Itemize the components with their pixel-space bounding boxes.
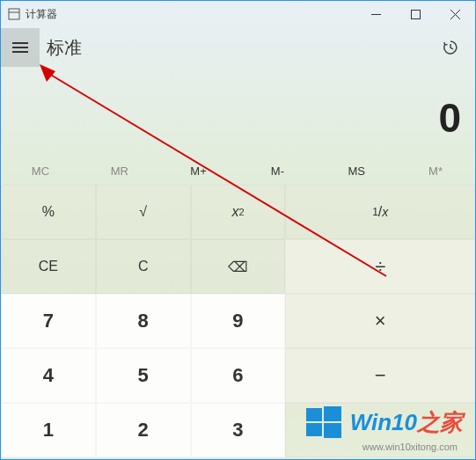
sqrt-button[interactable]: √ xyxy=(96,185,191,239)
percent-button[interactable]: % xyxy=(1,185,96,239)
memory-row: MC MR M+ M- MS M* xyxy=(1,157,475,185)
maximize-button[interactable] xyxy=(396,1,436,27)
minus-button[interactable]: − xyxy=(285,348,475,403)
multiply-button[interactable]: × xyxy=(285,294,475,348)
svg-rect-3 xyxy=(412,10,421,18)
digit-4-button[interactable]: 4 xyxy=(1,348,96,403)
svg-rect-0 xyxy=(9,9,19,19)
history-button[interactable] xyxy=(435,32,466,63)
memory-list-button[interactable]: M* xyxy=(396,157,475,185)
titlebar: 计算器 xyxy=(1,1,475,27)
menu-button[interactable] xyxy=(1,28,40,67)
watermark: Win10之家 xyxy=(304,403,463,442)
calculator-window: 计算器 标准 0 MC MR M+ M- MS M* % √ x2 1/x C xyxy=(0,0,476,460)
svg-rect-10 xyxy=(306,423,322,436)
header-row: 标准 xyxy=(1,27,475,68)
minimize-button[interactable] xyxy=(356,1,396,27)
recip-den: x xyxy=(382,205,388,219)
memory-store-button[interactable]: MS xyxy=(317,157,396,185)
memory-clear-button[interactable]: MC xyxy=(1,157,80,185)
watermark-url: www.win10xitong.com xyxy=(362,442,458,452)
reciprocal-button[interactable]: 1/x xyxy=(285,185,475,239)
svg-rect-8 xyxy=(306,408,322,421)
clear-entry-button[interactable]: CE xyxy=(1,239,96,294)
mode-label: 标准 xyxy=(47,36,82,60)
result-display: 0 xyxy=(1,68,475,157)
digit-1-button[interactable]: 1 xyxy=(1,403,96,457)
app-icon xyxy=(8,8,20,20)
divide-button[interactable]: ÷ xyxy=(285,239,475,294)
digit-8-button[interactable]: 8 xyxy=(96,294,191,348)
app-title: 计算器 xyxy=(26,7,57,22)
memory-plus-button[interactable]: M+ xyxy=(159,157,238,185)
square-exp: 2 xyxy=(238,207,244,217)
digit-7-button[interactable]: 7 xyxy=(1,294,96,348)
svg-rect-9 xyxy=(324,406,341,421)
close-button[interactable] xyxy=(436,1,475,27)
digit-2-button[interactable]: 2 xyxy=(96,403,191,457)
watermark-text: Win10之家 xyxy=(350,407,463,438)
digit-5-button[interactable]: 5 xyxy=(96,348,191,403)
windows-logo-icon xyxy=(304,403,343,442)
memory-recall-button[interactable]: MR xyxy=(80,157,159,185)
digit-9-button[interactable]: 9 xyxy=(191,294,286,348)
backspace-button[interactable]: ⌫ xyxy=(191,239,286,294)
recip-num: 1 xyxy=(372,206,378,218)
square-base: x xyxy=(231,204,238,220)
digit-6-button[interactable]: 6 xyxy=(191,348,286,403)
hamburger-icon xyxy=(12,42,28,53)
square-button[interactable]: x2 xyxy=(191,185,286,239)
clear-button[interactable]: C xyxy=(96,239,191,294)
memory-minus-button[interactable]: M- xyxy=(238,157,317,185)
digit-3-button[interactable]: 3 xyxy=(191,403,286,457)
svg-rect-11 xyxy=(324,423,341,438)
history-icon xyxy=(442,39,459,56)
